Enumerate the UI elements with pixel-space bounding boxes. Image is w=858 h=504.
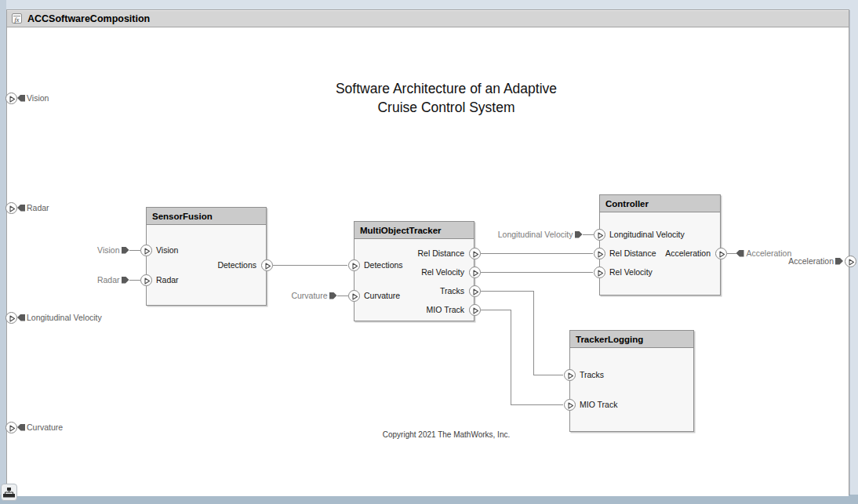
- port-triangle-icon: [716, 248, 728, 260]
- connection-tracks-seg0[interactable]: [481, 291, 533, 292]
- component-header-sensor-fusion: SensorFusion: [147, 208, 266, 225]
- ext-stub-longitudinal-velocity-controller[interactable]: [583, 234, 594, 235]
- port-triangle-icon: [594, 248, 606, 260]
- component-tracker-logging[interactable]: TrackerLogging: [569, 330, 694, 432]
- port-triangle-icon: [6, 422, 18, 434]
- model-titlebar: ACCSoftwareComposition: [7, 10, 849, 27]
- component-name-controller: Controller: [605, 199, 649, 208]
- edge-port-arrow-icon-vision: [17, 95, 25, 102]
- port-label-longitudinal-velocity: Longitudinal Velocity: [609, 229, 685, 240]
- diagram-canvas[interactable]: Software Architecture of an Adaptive Cru…: [7, 27, 849, 496]
- ext-stub-acceleration-controller[interactable]: [727, 253, 736, 254]
- port-in-tracks-tracker-logging[interactable]: [564, 369, 576, 381]
- edge-port-arrow-icon-radar: [17, 205, 25, 212]
- port-label-mio-track: MIO Track: [580, 399, 617, 410]
- interface-arrow-icon-radar: [122, 277, 129, 284]
- hierarchy-icon: [3, 488, 15, 498]
- port-label-rel-distance: Rel Distance: [339, 248, 464, 259]
- annotation-line2: Cruise Control System: [289, 98, 603, 117]
- external-signal-label-curvature: Curvature: [202, 290, 328, 301]
- port-triangle-icon: [845, 256, 857, 268]
- port-triangle-icon: [565, 400, 576, 412]
- port-out-rel-distance-multi-object-tracker[interactable]: [469, 248, 481, 259]
- interface-arrow-icon-longitudinal-velocity: [575, 231, 583, 238]
- port-in-rel-velocity-controller[interactable]: [594, 267, 605, 278]
- component-name-sensor-fusion: SensorFusion: [152, 212, 213, 221]
- port-in-vision-sensor-fusion[interactable]: [140, 245, 152, 256]
- edge-port-label-vision: Vision: [27, 92, 49, 103]
- edge-port-vision[interactable]: [5, 92, 17, 104]
- edge-port-curvature[interactable]: [5, 422, 17, 433]
- edge-port-arrow-icon-curvature: [17, 424, 25, 431]
- component-header-controller: Controller: [600, 195, 720, 212]
- edge-port-acceleration[interactable]: [845, 256, 856, 267]
- fx-function-icon: [12, 13, 22, 24]
- port-triangle-icon: [349, 260, 361, 272]
- port-triangle-icon: [262, 260, 274, 272]
- port-triangle-icon: [594, 230, 606, 241]
- port-in-radar-sensor-fusion[interactable]: [140, 274, 152, 286]
- port-triangle-icon: [6, 313, 18, 325]
- port-in-mio-track-tracker-logging[interactable]: [564, 399, 576, 411]
- component-controller[interactable]: Controller: [599, 194, 721, 296]
- port-label-mio-track: MIO Track: [339, 304, 464, 315]
- copyright-annotation: Copyright 2021 The MathWorks, Inc.: [352, 430, 540, 439]
- port-out-detections-sensor-fusion[interactable]: [261, 259, 273, 271]
- port-label-tracks: Tracks: [580, 369, 604, 380]
- connection-tracks-seg1[interactable]: [533, 291, 534, 375]
- port-triangle-icon: [470, 305, 482, 317]
- connection-mio-track-seg1[interactable]: [511, 310, 511, 404]
- diagram-annotation-title: Software Architecture of an Adaptive Cru…: [289, 79, 603, 117]
- port-triangle-icon: [470, 248, 482, 260]
- edge-port-longitudinal-velocity[interactable]: [5, 312, 17, 324]
- component-name-multi-object-tracker: MultiObjectTracker: [360, 226, 442, 235]
- connection-rel-velocity-seg0[interactable]: [481, 272, 593, 273]
- port-in-longitudinal-velocity-controller[interactable]: [594, 229, 605, 241]
- port-triangle-icon: [349, 291, 361, 303]
- external-signal-label-longitudinal-velocity: Longitudinal Velocity: [448, 229, 573, 240]
- port-in-rel-distance-controller[interactable]: [594, 248, 605, 259]
- port-label-detections: Detections: [131, 259, 256, 270]
- port-out-rel-velocity-multi-object-tracker[interactable]: [469, 267, 481, 278]
- connection-mio-track-seg0[interactable]: [481, 310, 511, 310]
- port-triangle-icon: [141, 245, 153, 257]
- port-triangle-icon: [470, 267, 482, 279]
- component-name-tracker-logging: TrackerLogging: [576, 335, 643, 344]
- interface-arrow-icon-curvature: [329, 292, 337, 299]
- port-out-tracks-multi-object-tracker[interactable]: [469, 285, 481, 297]
- component-header-tracker-logging: TrackerLogging: [570, 331, 693, 348]
- port-in-curvature-multi-object-tracker[interactable]: [348, 290, 360, 302]
- port-triangle-icon: [6, 203, 18, 215]
- edge-port-label-longitudinal-velocity: Longitudinal Velocity: [27, 312, 102, 323]
- ext-stub-vision-sensor-fusion[interactable]: [129, 250, 140, 251]
- port-out-mio-track-multi-object-tracker[interactable]: [469, 304, 481, 316]
- port-triangle-icon: [594, 267, 606, 279]
- connection-tracks-seg2[interactable]: [533, 375, 563, 375]
- port-label-radar: Radar: [156, 274, 179, 285]
- connection-rel-distance-seg0[interactable]: [481, 253, 593, 254]
- port-out-acceleration-controller[interactable]: [715, 248, 727, 259]
- interface-arrow-icon-vision: [122, 247, 129, 254]
- model-title: ACCSoftwareComposition: [27, 13, 150, 24]
- port-triangle-icon: [470, 286, 482, 298]
- port-triangle-icon: [141, 275, 153, 287]
- connection-mio-track-seg2[interactable]: [511, 404, 563, 405]
- edge-port-label-curvature: Curvature: [27, 422, 63, 433]
- annotation-line1: Software Architecture of an Adaptive: [289, 79, 603, 98]
- edge-port-radar[interactable]: [5, 202, 17, 214]
- port-label-vision: Vision: [156, 245, 178, 256]
- external-signal-label-vision: Vision: [0, 245, 120, 256]
- ext-stub-radar-sensor-fusion[interactable]: [129, 280, 140, 281]
- hierarchy-navigation-badge[interactable]: [1, 484, 17, 501]
- port-in-detections-multi-object-tracker[interactable]: [348, 259, 360, 271]
- edge-port-arrow-icon-acceleration: [835, 258, 843, 265]
- external-signal-label-radar: Radar: [0, 274, 120, 285]
- connection-detections-seg0[interactable]: [273, 265, 347, 266]
- model-frame: ACCSoftwareComposition Software Architec…: [6, 9, 849, 495]
- port-triangle-icon: [6, 93, 18, 105]
- edge-port-label-radar: Radar: [27, 202, 49, 213]
- port-triangle-icon: [565, 370, 576, 382]
- edge-port-arrow-icon-longitudinal-velocity: [17, 314, 25, 321]
- port-label-rel-velocity: Rel Velocity: [609, 267, 653, 277]
- application-window: ACCSoftwareComposition Software Architec…: [0, 0, 858, 504]
